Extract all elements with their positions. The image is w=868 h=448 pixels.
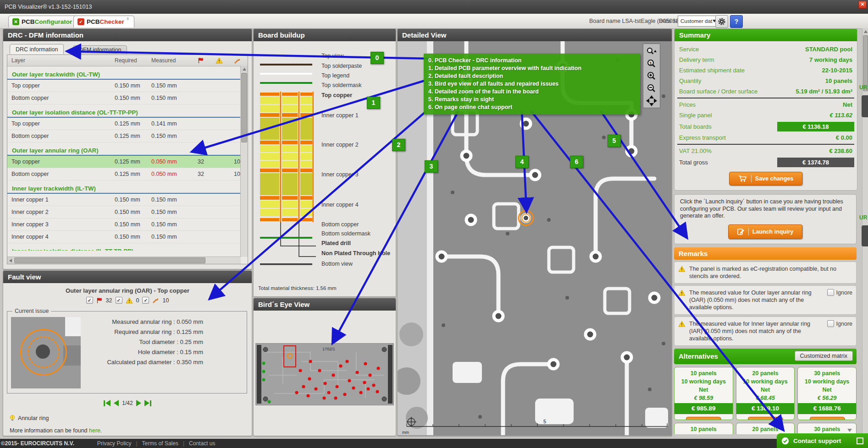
app-toolbar: ✕ PCBConfigurator ® ✓ PCBChecker ® Board… xyxy=(0,14,868,29)
customized-matrix-button[interactable]: Customized matrix xyxy=(795,351,853,361)
fault-highlight xyxy=(519,211,533,225)
select-button[interactable]: Select xyxy=(810,417,845,420)
clipped-text-fragment: UR xyxy=(859,84,867,91)
drc-horizontal-scrollbar[interactable] xyxy=(7,257,241,264)
footer-link-privacy[interactable]: Privacy Policy xyxy=(97,440,132,447)
table-row[interactable]: Bottom copper0.125 mm0.150 mm xyxy=(7,130,248,142)
more-info-row: More information can be found here. xyxy=(10,427,252,434)
clipped-text-fragment: UR xyxy=(859,214,867,221)
copyright: ©2015- EUROCIRCUITS N.V. xyxy=(1,440,74,447)
summary-row: Quantity10 panels xyxy=(674,76,857,86)
fault-view-panel: Fault view Outer layer annular ring (OAR… xyxy=(3,270,252,436)
clipped-side-tab[interactable] xyxy=(862,95,868,117)
layer-label: Bottom view xyxy=(321,261,353,267)
fault-subtitle: Outer layer annular ring (OAR) - Top cop… xyxy=(3,287,252,294)
table-row[interactable]: Inner copper 30.150 mm0.150 mm xyxy=(7,219,248,231)
table-row[interactable]: Bottom copper0.125 mm0.050 mm3210 xyxy=(7,168,248,180)
select-button[interactable]: Select xyxy=(748,417,783,420)
pcb-visualizer-window: PCB Visualizer® v1.3-152-151013 ✕ ✕ PCBC… xyxy=(0,0,868,448)
current-issue-box: Current issue Measured annular ring : 0.… xyxy=(7,311,247,393)
tab-pcb-checker[interactable]: ✓ PCBChecker ® xyxy=(73,16,134,27)
fault-filter-row: ✓ 32 ✓ 0 ✓ 10 xyxy=(3,297,252,304)
flag-filter-checkbox[interactable]: ✓ xyxy=(86,297,93,304)
scroll-up-button[interactable] xyxy=(862,28,868,34)
detailed-view-title: Detailed View xyxy=(398,29,672,41)
table-row[interactable]: Top copper0.150 mm0.150 mm xyxy=(7,80,248,92)
minimize-chat-icon[interactable] xyxy=(857,437,863,444)
fault-pager: 1/42 xyxy=(3,400,252,406)
configurator-icon: ✕ xyxy=(12,18,19,25)
card-total: € 1688.76 xyxy=(798,403,856,414)
prev-page-button[interactable] xyxy=(114,400,119,406)
table-row[interactable]: Bottom copper0.150 mm0.150 mm xyxy=(7,92,248,104)
tab-drc-information[interactable]: DRC information xyxy=(10,44,64,54)
tab-dfm-information[interactable]: DFM information xyxy=(73,45,127,54)
warning-filter-checkbox[interactable]: ✓ xyxy=(116,297,122,304)
summary-row: Delivery term7 working days xyxy=(674,55,857,65)
next-page-button[interactable] xyxy=(136,400,141,406)
layer-label: Bottom copper xyxy=(321,221,359,228)
ignore-checkbox[interactable] xyxy=(827,289,834,296)
drc-dfm-panel: DRC - DFM information DRC information DF… xyxy=(3,28,252,269)
registered-mark: ® xyxy=(127,17,129,21)
zoom-toolbar: 1 xyxy=(643,44,660,108)
scroll-up-button[interactable] xyxy=(241,66,248,72)
fault-tip-row: Annular ring xyxy=(10,415,252,422)
repair-filter-checkbox[interactable]: ✓ xyxy=(142,297,149,304)
board-id-label: 1702/1 xyxy=(322,347,335,351)
ruler-unit: mm xyxy=(402,430,409,435)
dataset-select[interactable]: Customer data xyxy=(678,16,719,27)
layer-label: Non Plated Through Hole xyxy=(321,250,390,257)
divider: | xyxy=(136,440,137,447)
tab-pcb-configurator[interactable]: ✕ PCBConfigurator ® xyxy=(8,16,82,27)
annotation-badge-0: 0 xyxy=(370,52,384,64)
page-indicator: 1/42 xyxy=(122,400,133,406)
drc-vertical-scrollbar[interactable] xyxy=(240,66,248,257)
last-page-button[interactable] xyxy=(144,400,151,406)
annotation-badge-2: 2 xyxy=(392,139,405,151)
zoom-mode-button[interactable] xyxy=(645,45,658,57)
remark-item: The measured value for Inner layer annul… xyxy=(674,317,857,346)
first-page-button[interactable] xyxy=(104,400,111,406)
window-title: PCB Visualizer® v1.3-152-151013 xyxy=(5,4,92,10)
drc-table-header: Layer Required Measured xyxy=(7,55,248,66)
close-button[interactable]: ✕ xyxy=(858,1,867,9)
help-button[interactable]: ? xyxy=(730,15,743,28)
alternative-card: 10 panels8 working daysNet€ 108.61 xyxy=(674,423,733,435)
buildup-title: Board buildup xyxy=(254,29,396,41)
footer-link-terms[interactable]: Terms of Sales xyxy=(142,440,178,447)
zoom-out-button[interactable] xyxy=(645,82,658,94)
summary-row: Express transport€ 0.00 xyxy=(674,132,857,143)
table-row-selected[interactable]: Top copper0.125 mm0.050 mm3210 xyxy=(7,156,248,168)
contact-support-bar[interactable]: Contact support xyxy=(777,433,868,448)
select-button[interactable]: Select xyxy=(686,417,721,420)
scroll-left-button[interactable] xyxy=(7,257,13,264)
help-icon: ? xyxy=(735,18,739,25)
pan-control[interactable] xyxy=(645,94,658,107)
launch-inquiry-button[interactable]: Launch inquiry xyxy=(728,224,802,239)
col-required: Required xyxy=(115,57,151,64)
birds-eye-board[interactable]: 1702/1 xyxy=(255,343,394,405)
more-info-link[interactable]: here. xyxy=(89,427,102,434)
table-row[interactable]: Inner copper 10.150 mm0.150 mm xyxy=(7,194,248,206)
annotation-badge-5: 5 xyxy=(608,135,621,147)
ignore-checkbox[interactable] xyxy=(827,320,834,327)
scroll-more-indicator[interactable] xyxy=(847,429,852,432)
table-row[interactable]: Top copper0.125 mm0.141 mm xyxy=(7,118,248,130)
repair-icon xyxy=(228,57,246,64)
layer-label: Inner copper 4 xyxy=(321,202,359,208)
layer-label: Top copper xyxy=(321,92,352,98)
table-row[interactable]: Inner copper 40.150 mm0.150 mm xyxy=(7,231,248,243)
clipped-side-tab[interactable] xyxy=(862,225,868,246)
table-row[interactable]: Inner copper 20.150 mm0.150 mm xyxy=(7,206,248,219)
fault-detail-lines: Measured annular ring : 0.050 mm Require… xyxy=(107,317,203,367)
zoom-in-button[interactable] xyxy=(645,70,658,82)
alternatives-title: Alternatives xyxy=(679,352,718,360)
summary-row-total-boards: Total boards€ 1136.18 xyxy=(674,120,857,132)
save-changes-button[interactable]: Save changes xyxy=(729,172,802,186)
card-total: € 1369.10 xyxy=(736,403,795,414)
settings-button[interactable] xyxy=(715,15,728,28)
footer-link-contact[interactable]: Contact us xyxy=(189,440,215,447)
ignore-control: Ignore xyxy=(827,289,852,311)
zoom-100-button[interactable]: 1 xyxy=(645,57,658,70)
